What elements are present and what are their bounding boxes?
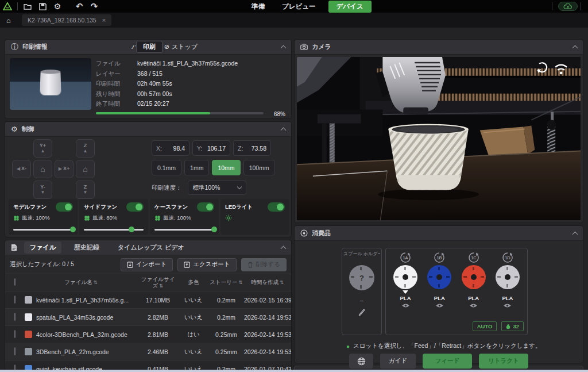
undo-icon[interactable]: ↶ xyxy=(72,0,87,13)
step-10mm-button[interactable]: 10mm xyxy=(212,160,240,175)
row-checkbox[interactable] xyxy=(14,347,16,355)
jog-x-plus-button[interactable]: ▶X+ xyxy=(55,160,74,178)
collapse-chevron-icon[interactable] xyxy=(572,231,578,237)
model-fan-slider[interactable] xyxy=(13,229,73,231)
file-row[interactable]: květináči 1.stl_PLA_3h37m55s.g... 17.10M… xyxy=(5,291,291,308)
col-layer[interactable]: ストーリー⇅ xyxy=(208,279,244,286)
material-label: PLA xyxy=(468,295,479,301)
collapse-chevron-icon[interactable] xyxy=(572,45,578,51)
spool-holder-box[interactable]: スプール ホルダー ? -- xyxy=(342,248,382,335)
fan-speed-label: 風速: 80% xyxy=(92,214,117,222)
guide-button[interactable]: ガイド xyxy=(380,354,416,369)
jog-y-plus-button[interactable]: Y+▲ xyxy=(33,139,52,158)
eye-icon[interactable] xyxy=(401,303,410,308)
settings-gear-icon[interactable]: ⚙ xyxy=(50,0,65,13)
print-speed-select[interactable]: 標準100% xyxy=(188,181,246,195)
progress-fill xyxy=(96,112,210,114)
row-checkbox[interactable] xyxy=(14,330,16,338)
auto-badge[interactable]: AUTO xyxy=(473,321,497,331)
step-0.1mm-button[interactable]: 0.1mm xyxy=(152,160,181,175)
app-logo-icon[interactable] xyxy=(0,0,15,13)
device-tab-label: K2-736A_192.168.50.135 xyxy=(28,17,96,24)
delete-button[interactable]: 削除する xyxy=(241,258,287,271)
tab-device[interactable]: デバイス xyxy=(328,1,372,13)
tab-preview[interactable]: プレビュー xyxy=(277,1,320,12)
slider-knob[interactable] xyxy=(70,227,76,232)
open-file-icon[interactable] xyxy=(20,0,35,13)
slot-1C[interactable]: 1C PLA xyxy=(458,251,490,308)
tab-history[interactable]: 歴史記録 xyxy=(68,241,105,254)
globe-button[interactable] xyxy=(349,354,373,369)
spool-1B[interactable] xyxy=(427,265,451,289)
feed-button[interactable]: フィード xyxy=(423,354,472,369)
spool-holder-unknown[interactable]: ? xyxy=(349,265,374,290)
file-row[interactable]: 3DBench_PLA_22m.gcode 2.46MB いいえ 0.25mm … xyxy=(5,343,291,360)
led-toggle[interactable] xyxy=(268,202,285,212)
slot-1A[interactable]: 1A PLA xyxy=(389,251,421,308)
device-tab[interactable]: K2-736A_192.168.50.135 × xyxy=(22,14,111,26)
jog-label: X- xyxy=(21,166,26,171)
select-all-checkbox[interactable] xyxy=(14,278,16,286)
camera-header: カメラ xyxy=(295,40,583,55)
row-checkbox[interactable] xyxy=(14,296,16,304)
slot-1D[interactable]: 1D PLA xyxy=(492,251,524,308)
jog-label: X+ xyxy=(63,166,69,171)
stop-label: ストップ xyxy=(172,43,198,51)
retract-button[interactable]: リトラクト xyxy=(479,354,528,369)
redo-icon[interactable]: ↷ xyxy=(87,0,102,13)
import-button[interactable]: インポート xyxy=(121,258,173,271)
jog-z-down-button[interactable]: Z▼ xyxy=(76,181,95,199)
jog-z-up-button[interactable]: Z▲ xyxy=(76,139,95,158)
eye-icon[interactable] xyxy=(503,303,512,308)
file-row[interactable]: spatula_PLA_34m53s.gcode 2.82MB いいえ 0.2m… xyxy=(5,308,291,325)
case-fan-slider[interactable] xyxy=(154,229,214,231)
row-checkbox[interactable] xyxy=(14,313,16,321)
home-icon[interactable]: ⌂ xyxy=(0,16,17,25)
collapse-chevron-icon[interactable] xyxy=(281,45,287,51)
tab-timelapse[interactable]: タイムレップス ビデオ xyxy=(112,241,190,254)
spool-tick xyxy=(412,276,416,278)
home-xy-button[interactable]: ⌂ xyxy=(33,160,52,178)
progress-percent-label: 68% xyxy=(274,111,285,117)
side-fan-toggle[interactable] xyxy=(126,202,144,212)
file-row[interactable]: 4color-3DBench_PLA_32m.gcode 2.81MB はい 0… xyxy=(5,325,291,343)
slider-knob[interactable] xyxy=(211,227,217,232)
slot-refresh-icon[interactable]: 1D xyxy=(501,251,514,264)
edit-pencil-icon[interactable] xyxy=(358,308,366,316)
step-100mm-button[interactable]: 100mm xyxy=(243,160,275,175)
side-fan-slider[interactable] xyxy=(84,229,144,231)
save-icon[interactable] xyxy=(35,0,50,13)
tab-prepare[interactable]: 準備 xyxy=(247,1,269,12)
home-z-button[interactable]: ⌂ xyxy=(76,160,95,178)
eye-icon[interactable] xyxy=(435,303,444,308)
jog-y-minus-button[interactable]: Y-▼ xyxy=(33,181,52,199)
collapse-chevron-icon[interactable] xyxy=(281,127,287,133)
slot-refresh-icon[interactable]: 1A xyxy=(399,251,412,264)
col-created[interactable]: 時間を作成⇅ xyxy=(244,279,291,286)
collapse-chevron-icon[interactable] xyxy=(281,246,287,251)
col-name[interactable]: ファイル名⇅ xyxy=(25,279,137,286)
slider-knob[interactable] xyxy=(129,227,134,232)
spool-1A[interactable] xyxy=(393,265,417,289)
export-button[interactable]: エクスポート xyxy=(177,258,236,271)
case-fan-toggle[interactable] xyxy=(197,202,214,212)
file-layer: 0.25mm xyxy=(208,331,244,338)
spool-1D[interactable] xyxy=(496,265,520,289)
material-label: PLA xyxy=(502,295,513,301)
eye-icon[interactable] xyxy=(469,303,478,308)
close-tab-icon[interactable]: × xyxy=(102,17,106,24)
spool-1C[interactable] xyxy=(462,265,486,289)
jog-x-minus-button[interactable]: ◀X- xyxy=(12,160,31,178)
spool-holder-label: スプール ホルダー xyxy=(343,251,380,257)
model-fan-toggle[interactable] xyxy=(56,202,73,212)
slot-refresh-icon[interactable]: 1C xyxy=(467,251,480,264)
step-1mm-button[interactable]: 1mm xyxy=(184,160,209,175)
print-speed-row: 印刷速度： 標準100% xyxy=(152,181,246,195)
tab-files[interactable]: ファイル xyxy=(24,241,61,254)
slot-1B[interactable]: 1B PLA xyxy=(423,251,455,308)
slot-refresh-icon[interactable]: 1B xyxy=(433,251,446,264)
files-panel: ファイル 歴史記録 タイムレップス ビデオ 選択したファイル: 0 / 5 イン… xyxy=(5,240,292,372)
stop-button[interactable]: ⊘ ストップ xyxy=(164,43,198,51)
cloud-upload-button[interactable] xyxy=(558,2,578,11)
col-size[interactable]: ファイルサイズ⇅ xyxy=(137,277,179,289)
